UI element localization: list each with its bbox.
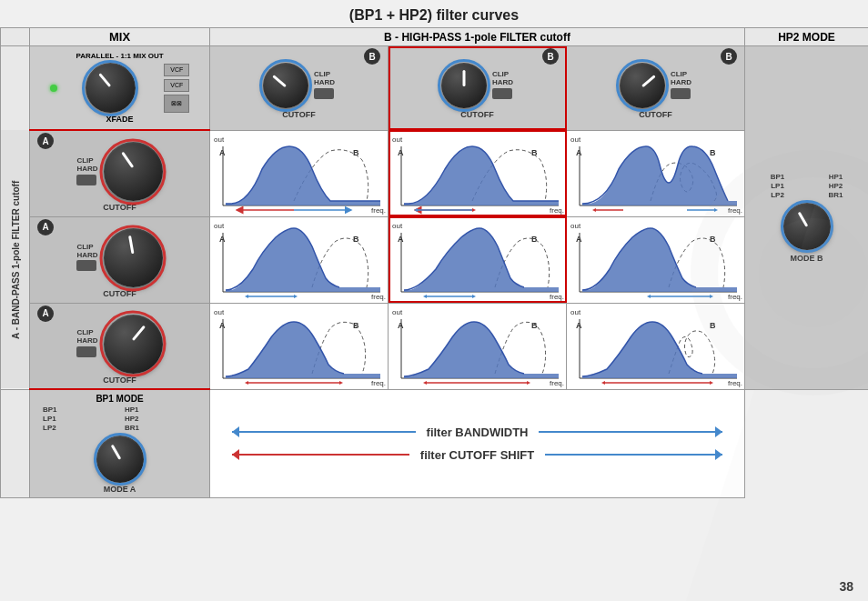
svg-text:out: out	[570, 222, 581, 230]
svg-text:freq.: freq.	[550, 206, 564, 215]
svg-marker-80	[710, 381, 713, 385]
svg-text:out: out	[214, 222, 225, 230]
a-bandpass-label: A - BAND-PASS 1-pole FILTER cutoff	[10, 180, 20, 338]
bp1-knob-container	[34, 436, 206, 483]
curve-1-1: out freq. A B	[210, 130, 389, 216]
bp1-mode-cell: BP1 MODE BP1 HP1 LP1 HP2 LP2 BR1	[30, 389, 210, 498]
svg-text:out: out	[392, 135, 403, 144]
a-clip-hard-area-r1: CLIPHARD	[76, 157, 97, 186]
vcf-button[interactable]: VCF	[164, 64, 189, 76]
hp2-mode-options: BP1 HP1 LP1 HP2 LP2 BR1	[749, 173, 864, 199]
clip-hard-label-2: CLIPHARD	[492, 71, 513, 87]
xfade-knob-wrap	[86, 63, 136, 113]
svg-text:freq.: freq.	[371, 293, 386, 301]
curve-svg-1-1: out freq. A B	[212, 133, 387, 215]
svg-text:freq.: freq.	[728, 206, 742, 215]
svg-text:out: out	[392, 222, 403, 230]
curve-3-1: out freq. A B	[210, 303, 389, 389]
clip-hard-label-1: CLIPHARD	[314, 71, 335, 87]
curve-3-3: out freq. A B	[567, 303, 745, 389]
svg-text:B: B	[353, 321, 359, 330]
svg-text:B: B	[353, 235, 359, 244]
svg-marker-81	[601, 381, 605, 385]
b-filter-header: B - HIGH-PASS 1-pole FILTER cutoff	[210, 28, 745, 46]
a-clip-button-r1[interactable]	[76, 175, 96, 185]
bp1-mode-label: BP1 MODE	[34, 394, 206, 404]
mix-header: MIX	[30, 28, 210, 46]
a-clip-hard-area-r3: CLIPHARD	[76, 329, 97, 358]
a-cutoff-r2: CUTOFF	[32, 289, 207, 298]
clip-hard-button-1[interactable]	[314, 88, 334, 99]
curve-2-3: out freq. A B	[567, 216, 745, 303]
mixer-buttons: VCF VCF ⊠⊠	[164, 64, 189, 113]
curve-1-3: out freq. A B	[567, 130, 745, 216]
xfade-label: XFADE	[35, 115, 204, 124]
cutoff-shift-row: filter CUTOFF SHIFT	[232, 448, 722, 462]
bandwidth-label: filter BANDWIDTH	[427, 426, 529, 439]
arrows-cell: filter BANDWIDTH filter CUTOFF SHIFT	[210, 389, 745, 498]
svg-text:freq.: freq.	[728, 379, 742, 387]
curve-svg-1-3: out freq. A B	[569, 133, 743, 215]
bandwidth-row: filter BANDWIDTH	[232, 426, 722, 439]
a-badge-r3: A	[37, 306, 54, 322]
svg-marker-17	[472, 208, 476, 212]
svg-marker-25	[592, 208, 596, 212]
vcf2-button[interactable]: VCF	[164, 79, 189, 92]
a-badge-r1: A	[37, 133, 54, 149]
b-cutoff-knob-wrap-2	[441, 63, 487, 108]
a-clip-hard-area-r2: CLIPHARD	[76, 244, 97, 273]
cutoff-label-1: CUTOFF	[212, 110, 386, 119]
hp2-hp1: HP1	[807, 173, 864, 181]
mode-a-label: MODE A	[34, 485, 206, 494]
svg-text:freq.: freq.	[550, 293, 564, 301]
svg-text:B: B	[710, 148, 716, 157]
xfade-ring	[82, 60, 138, 116]
hp2-bp1: BP1	[749, 173, 806, 181]
b-knob3-ring	[616, 59, 669, 112]
bandwidth-arrow-right	[539, 431, 722, 433]
curve-svg-2-1: out freq. A B	[212, 219, 387, 301]
cutoff-shift-label: filter CUTOFF SHIFT	[420, 448, 534, 462]
a-bandpass-label-cell: A - BAND-PASS 1-pole FILTER cutoff	[1, 130, 30, 389]
curve-svg-2-2: out freq. A B	[390, 219, 565, 301]
clip-hard-button-3[interactable]	[671, 88, 691, 99]
svg-marker-63	[245, 381, 248, 385]
b-knob2-ring	[438, 59, 490, 112]
hp2-knob-wrap	[749, 203, 864, 250]
curve-svg-3-1: out freq. A B	[212, 306, 387, 387]
a-knob-row1-cell: A CLIPHARD CUTOFF	[30, 130, 210, 216]
svg-marker-16	[414, 208, 418, 212]
hp2-lp2: LP2	[749, 191, 806, 199]
svg-text:out: out	[392, 308, 403, 316]
page-number: 38	[839, 579, 853, 594]
a-knob-r3-ring	[100, 311, 167, 377]
cutoff-label-2: CUTOFF	[390, 110, 564, 119]
svg-text:B: B	[710, 235, 716, 244]
svg-text:B: B	[531, 321, 538, 330]
b-knob-cell-2: B CLIPHARD CUTOFF	[389, 46, 567, 131]
b-knob1-ring	[259, 59, 312, 112]
b-badge-1: B	[364, 48, 380, 65]
svg-text:freq.: freq.	[550, 379, 564, 387]
curve-svg-3-3: out freq. A B	[569, 306, 743, 387]
bp1-hp1: HP1	[125, 406, 206, 414]
a-knob-r1-ring	[100, 138, 167, 205]
a-clip-button-r2[interactable]	[76, 260, 96, 271]
mode-b-label: MODE B	[749, 254, 864, 263]
clip-hard-area-3: CLIPHARD	[671, 71, 691, 100]
clip-hard-label-3: CLIPHARD	[671, 71, 691, 87]
svg-marker-35	[245, 295, 248, 298]
clip-hard-button-2[interactable]	[492, 88, 512, 99]
bp1-bp1: BP1	[43, 406, 124, 414]
svg-text:B: B	[353, 148, 359, 157]
svg-text:out: out	[570, 135, 581, 144]
curve-svg-1-2: out freq. A B	[390, 133, 565, 215]
a-knob-row3-cell: A CLIPHARD CUTOFF	[30, 303, 210, 389]
bandwidth-arrow-left	[232, 431, 416, 433]
a-cutoff-r1: CUTOFF	[32, 203, 207, 212]
a-clip-button-r3[interactable]	[76, 346, 96, 357]
curve-svg-3-2: out freq. A B	[390, 306, 565, 387]
cutoff-arrow-right	[545, 454, 722, 456]
hp2-mode-header: HP2 MODE	[745, 28, 868, 46]
svg-text:out: out	[214, 308, 225, 316]
